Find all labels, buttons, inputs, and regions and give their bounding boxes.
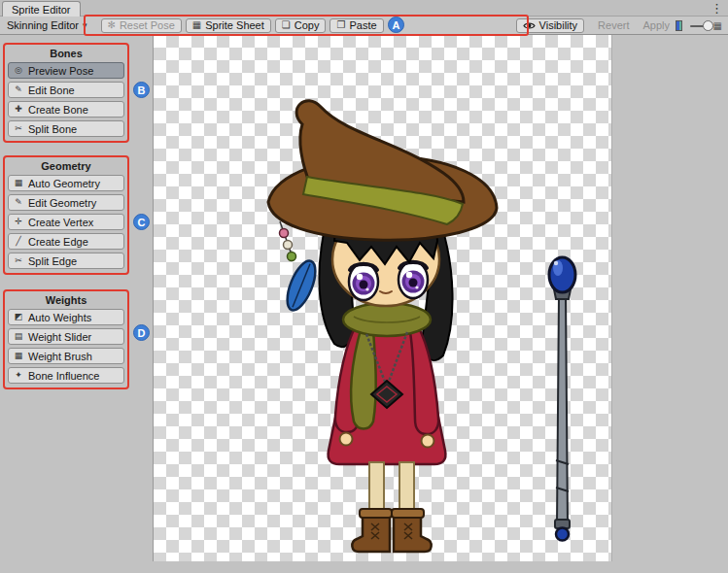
editor-mode-dropdown[interactable]: Skinning Editor ▾ (3, 18, 91, 32)
create-bone-icon: ✚ (13, 105, 24, 114)
sprite-sheet-label: Sprite Sheet (205, 20, 264, 31)
auto-geometry-label: Auto Geometry (28, 178, 100, 189)
split-edge-label: Split Edge (28, 255, 77, 267)
visibility-label: Visibility (539, 20, 578, 31)
sprite-sheet-icon: ▦ (192, 20, 201, 30)
left-sidebar: Bones ◎ Preview Pose ✎ Edit Bone ✚ Creat… (0, 35, 153, 573)
tab-sprite-editor[interactable]: Sprite Editor (2, 1, 81, 17)
annotation-badge-a: A (388, 17, 404, 33)
sprite-editor-window: { "window": { "tab": "Sprite Editor", "m… (0, 0, 728, 573)
reset-pose-button[interactable]: ✻ Reset Pose (101, 18, 182, 33)
paste-label: Paste (349, 20, 376, 31)
sprite-sheet-button[interactable]: ▦ Sprite Sheet (186, 18, 271, 33)
geometry-panel-title: Geometry (8, 160, 124, 172)
auto-weights-label: Auto Weights (28, 312, 91, 323)
zoom-slider-knob[interactable] (703, 20, 713, 31)
edit-geometry-label: Edit Geometry (28, 197, 96, 209)
staff-sprite (549, 257, 575, 541)
copy-icon: ❏ (282, 20, 291, 30)
create-edge-icon: ╱ (13, 237, 24, 246)
create-bone-label: Create Bone (28, 104, 88, 116)
create-vertex-button[interactable]: ✛ Create Vertex (8, 214, 124, 230)
create-bone-button[interactable]: ✚ Create Bone (8, 101, 124, 118)
weight-brush-label: Weight Brush (28, 351, 92, 362)
rgb-alpha-swatch-icon[interactable] (676, 20, 682, 31)
auto-weights-icon: ◩ (13, 313, 24, 321)
edit-bone-icon: ✎ (13, 85, 24, 94)
edit-geometry-button[interactable]: ✎ Edit Geometry (8, 194, 124, 211)
weights-panel: Weights ◩ Auto Weights ▤ Weight Slider ▦… (3, 289, 129, 389)
create-edge-button[interactable]: ╱ Create Edge (8, 233, 124, 250)
auto-weights-button[interactable]: ◩ Auto Weights (8, 309, 124, 325)
weight-brush-icon: ▦ (13, 352, 24, 360)
copy-label: Copy (295, 20, 320, 31)
copy-button[interactable]: ❏ Copy (275, 18, 327, 33)
annotation-badge-b: B (133, 82, 150, 98)
create-vertex-label: Create Vertex (28, 217, 93, 228)
tab-bar: Sprite Editor ⋮ (0, 0, 728, 17)
weight-slider-button[interactable]: ▤ Weight Slider (8, 328, 124, 345)
weight-slider-label: Weight Slider (28, 331, 91, 343)
auto-geometry-button[interactable]: ▦ Auto Geometry (8, 175, 124, 191)
editor-mode-label: Skinning Editor (7, 19, 79, 31)
paste-button[interactable]: ❐ Paste (329, 18, 383, 33)
edit-bone-label: Edit Bone (28, 84, 75, 96)
revert-button[interactable]: Revert (592, 18, 635, 33)
sprite-canvas[interactable] (153, 35, 612, 561)
annotation-badge-c: C (133, 214, 150, 230)
bone-influence-icon: ✦ (13, 371, 24, 380)
apply-button[interactable]: Apply (638, 18, 676, 33)
kebab-menu-icon[interactable]: ⋮ (711, 1, 723, 16)
eye-icon (523, 21, 536, 30)
bones-panel-title: Bones (8, 48, 124, 59)
character-sprite (268, 101, 497, 552)
preview-pose-label: Preview Pose (28, 65, 93, 77)
weight-brush-button[interactable]: ▦ Weight Brush (8, 348, 124, 364)
split-bone-label: Split Bone (28, 123, 77, 135)
paste-icon: ❐ (336, 20, 345, 30)
edit-bone-button[interactable]: ✎ Edit Bone (8, 82, 124, 98)
chevron-down-icon: ▾ (83, 20, 87, 30)
visibility-button[interactable]: Visibility (516, 18, 585, 33)
toolbar: Skinning Editor ▾ ✻ Reset Pose ▦ Sprite … (0, 17, 728, 35)
grid-icon: ▦ (713, 20, 722, 31)
bones-panel: Bones ◎ Preview Pose ✎ Edit Bone ✚ Creat… (3, 43, 129, 143)
bone-influence-button[interactable]: ✦ Bone Influence (8, 367, 124, 384)
create-edge-label: Create Edge (28, 236, 88, 248)
split-bone-button[interactable]: ✂ Split Bone (8, 120, 124, 137)
preview-pose-button[interactable]: ◎ Preview Pose (8, 62, 124, 79)
sprite-canvas-art (154, 35, 613, 561)
reset-pose-label: Reset Pose (120, 20, 175, 31)
zoom-slider[interactable] (690, 18, 708, 33)
split-edge-button[interactable]: ✂ Split Edge (8, 253, 124, 269)
annotation-badge-d: D (133, 324, 150, 341)
create-vertex-icon: ✛ (13, 218, 24, 226)
edit-geometry-icon: ✎ (13, 198, 24, 207)
geometry-panel: Geometry ▦ Auto Geometry ✎ Edit Geometry… (3, 155, 129, 275)
auto-geometry-icon: ▦ (13, 179, 24, 187)
weights-panel-title: Weights (8, 294, 124, 306)
preview-pose-icon: ◎ (13, 66, 24, 75)
bone-influence-label: Bone Influence (28, 370, 99, 382)
reset-pose-icon: ✻ (108, 20, 116, 30)
split-bone-icon: ✂ (13, 124, 24, 133)
weight-slider-icon: ▤ (13, 332, 24, 341)
split-edge-icon: ✂ (13, 256, 24, 265)
